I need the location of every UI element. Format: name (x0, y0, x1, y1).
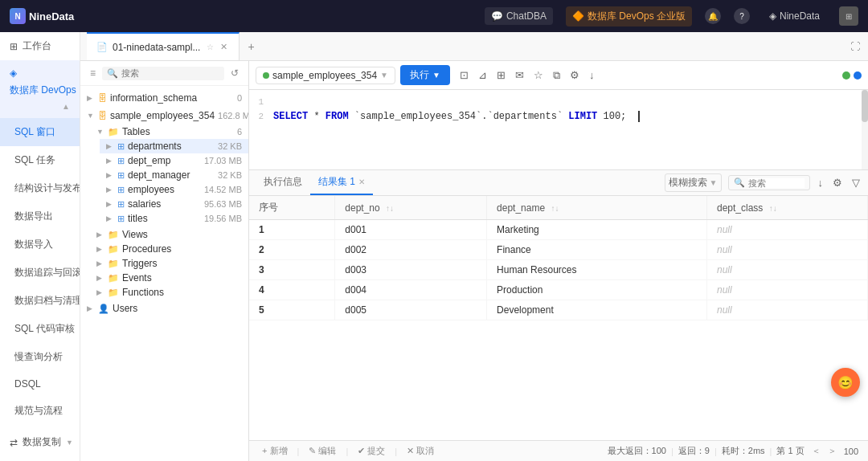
sidebar-item-codereview[interactable]: SQL 代码审核 (0, 315, 80, 343)
page-prev-btn[interactable]: ＜ (809, 444, 823, 458)
tree-row-users[interactable]: ▶ 👤 Users (80, 301, 248, 316)
tab-result-set-1[interactable]: 结果集 1 ✕ (310, 170, 373, 195)
maximize-button[interactable]: ⛶ (842, 32, 868, 60)
maximize-icon: ⛶ (850, 41, 860, 52)
sidebar-item-compare[interactable]: ⊟ 数据库对比 ▼ (0, 456, 80, 461)
logo-text: NineData (29, 10, 74, 22)
db-icon-information-schema: 🗄 (98, 93, 107, 103)
tree-view-toggle[interactable]: ≡ (87, 66, 99, 80)
sidebar-item-structure[interactable]: 结构设计与发布 (0, 174, 80, 202)
tree-row-tables[interactable]: ▼ 📁 Tables 6 (90, 124, 248, 139)
devops-icon: 🔶 (572, 10, 584, 22)
app-logo[interactable]: N NineData (10, 8, 74, 24)
cell-seq-3: 4 (249, 280, 335, 300)
chatdba-label: ChatDBA (506, 10, 547, 22)
sidebar-item-dsql[interactable]: DSQL (0, 371, 80, 397)
tree-size-employees: 14.52 MB (204, 185, 242, 194)
tree-row-sample-employees[interactable]: ▼ 🗄 sample_employees_354 162.8 MB (80, 108, 248, 123)
tree-refresh-btn[interactable]: ↺ (227, 66, 242, 80)
tree-row-salaries[interactable]: ▶ ⊞ salaries 95.63 MB (100, 197, 248, 211)
tree-row-employees[interactable]: ▶ ⊞ employees 14.52 MB (100, 182, 248, 197)
tab-execution-info[interactable]: 执行信息 (256, 170, 310, 195)
code-editor[interactable]: 1 2 SELECT * FROM `sample_employees_354`… (249, 90, 868, 170)
sidebar-label-track: 数据追踪与回滚 (14, 266, 80, 279)
db-status-dot (263, 72, 269, 79)
user-avatar[interactable]: ⊞ (839, 6, 858, 26)
sidebar-item-archive[interactable]: 数据归档与清理 (0, 287, 80, 315)
tree-row-triggers[interactable]: ▶ 📁 Triggers (90, 256, 248, 271)
footer-sep-3: | (395, 447, 397, 456)
db-icon-sample-employees: 🗄 (98, 111, 107, 120)
chat-bubble[interactable]: 😊 (831, 368, 860, 397)
tree-row-dept-emp[interactable]: ▶ ⊞ dept_emp 17.03 MB (100, 153, 248, 168)
result-tab-close[interactable]: ✕ (358, 177, 365, 186)
sidebar-item-slowquery[interactable]: 慢查询分析 (0, 343, 80, 371)
results-download-btn[interactable]: ↓ (817, 175, 825, 190)
devops-button[interactable]: 🔶 数据库 DevOps 企业版 (566, 6, 692, 27)
tree-row-events[interactable]: ▶ 📁 Events (90, 271, 248, 285)
tree-row-dept-manager[interactable]: ▶ ⊞ dept_manager 32 KB (100, 168, 248, 182)
col-header-seq: 序号 (249, 196, 335, 220)
col-header-dept-class: dept_class ↑↓ (707, 196, 868, 220)
edit-record-btn[interactable]: ✎ 编辑 (305, 444, 339, 458)
submit-btn[interactable]: ✔ 提交 (354, 444, 388, 458)
col-icons-dept-name: ↑↓ (551, 204, 559, 213)
results-table: 序号 dept_no ↑↓ dept_name ↑↓ (249, 196, 868, 320)
editor-scrollbar[interactable] (862, 90, 868, 169)
tree-size-departments: 32 KB (218, 141, 242, 151)
sidebar-item-import[interactable]: 数据导入 (0, 230, 80, 259)
workspace: ≡ 🔍 ↺ ▶ 🗄 information_schema (80, 61, 868, 461)
add-record-btn[interactable]: + 新增 (259, 444, 291, 458)
sidebar-item-sql-job[interactable]: SQL 任务 (0, 146, 80, 174)
folder-icon-procedures: 📁 (108, 244, 119, 255)
sidebar-item-workbench[interactable]: ⊞ 工作台 (0, 32, 80, 60)
copy-btn[interactable]: ⧉ (551, 67, 562, 84)
sidebar-item-replication[interactable]: ⇄ 数据复制 ▼ (0, 428, 80, 456)
tree-row-functions[interactable]: ▶ 📁 Functions (90, 285, 248, 300)
chatdba-button[interactable]: 💬 ChatDBA (485, 7, 553, 25)
tree-arrow-dept-manager: ▶ (106, 171, 114, 179)
tab-close-1[interactable]: ✕ (219, 40, 229, 54)
tab-file-icon: 📄 (96, 42, 108, 52)
tree-label-employees: employees (128, 184, 201, 195)
cancel-btn[interactable]: ✕ 取消 (403, 444, 437, 458)
fuzzy-search-toggle[interactable]: 模糊搜索 ▼ (665, 173, 722, 192)
sidebar-item-track[interactable]: 数据追踪与回滚 (0, 259, 80, 287)
settings-btn[interactable]: ⚙ (568, 67, 581, 83)
tree-count-tables: 6 (237, 127, 242, 137)
results-filter-btn[interactable]: ▽ (850, 175, 862, 190)
tree-row-titles[interactable]: ▶ ⊞ titles 19.56 MB (100, 211, 248, 226)
star-btn[interactable]: ☆ (532, 67, 545, 83)
line-num-2: 2 (249, 111, 273, 125)
tree-search-input[interactable] (121, 68, 219, 78)
sidebar-item-workflow[interactable]: 规范与流程 (0, 397, 80, 425)
results-search-input[interactable] (748, 178, 805, 188)
split-btn[interactable]: ⊞ (495, 67, 507, 83)
db-selector[interactable]: sample_employees_354 ▼ (256, 67, 395, 84)
execute-label: 执行 (410, 68, 429, 82)
sidebar-item-devops[interactable]: ◈ 数据库 DevOps ▲ (0, 60, 80, 118)
download-btn[interactable]: ↓ (588, 67, 596, 83)
results-settings-btn[interactable]: ⚙ (831, 175, 844, 190)
execute-button[interactable]: 执行 ▼ (400, 65, 450, 85)
sidebar-label-replication: 数据复制 (23, 435, 61, 449)
tree-row-procedures[interactable]: ▶ 📁 Procedures (90, 242, 248, 256)
navbar: N NineData 💬 ChatDBA 🔶 数据库 DevOps 企业版 🔔 … (0, 0, 868, 32)
tree-row-departments[interactable]: ▶ ⊞ departments 32 KB (100, 139, 248, 153)
tab-add-button[interactable]: + (240, 32, 262, 60)
main-layout: ⊞ 工作台 ◈ 数据库 DevOps ▲ SQL 窗口 SQL 任务 结构设计与… (0, 32, 868, 461)
mail-btn[interactable]: ✉ (514, 67, 526, 83)
tab-item-1[interactable]: 📄 01-ninedata-sampl... ☆ ✕ (87, 32, 240, 60)
tree-row-views[interactable]: ▶ 📁 Views (90, 227, 248, 242)
tree-size-titles: 19.56 MB (204, 214, 242, 223)
sidebar-item-sql-console[interactable]: SQL 窗口 (0, 118, 80, 146)
sidebar: ⊞ 工作台 ◈ 数据库 DevOps ▲ SQL 窗口 SQL 任务 结构设计与… (0, 32, 80, 461)
help-icon[interactable]: ? (734, 8, 750, 24)
page-next-btn[interactable]: ＞ (825, 444, 839, 458)
notification-icon[interactable]: 🔔 (705, 8, 721, 24)
tree-row-information-schema[interactable]: ▶ 🗄 information_schema 0 (80, 91, 248, 105)
sidebar-item-export[interactable]: 数据导出 (0, 202, 80, 230)
format-btn[interactable]: ⊡ (458, 67, 470, 83)
ninedata-nav-label[interactable]: ◈ NineData (763, 7, 826, 25)
filter-btn[interactable]: ⊿ (477, 67, 489, 83)
